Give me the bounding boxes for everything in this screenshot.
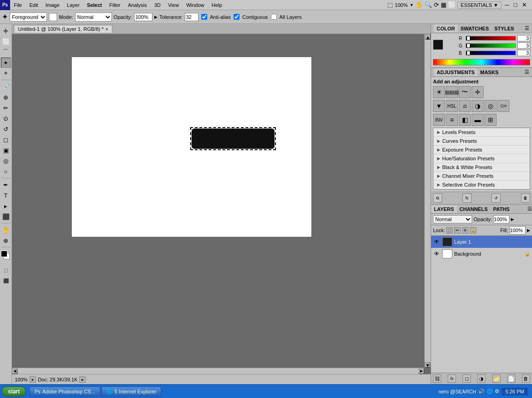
brush-tool[interactable]: ✏ (1, 103, 11, 113)
foreground-color-box[interactable] (1, 251, 7, 257)
photofilter-icon[interactable]: ◎ (485, 100, 497, 112)
curves-icon[interactable]: 〜 (459, 86, 471, 98)
b-slider-thumb[interactable] (467, 51, 470, 55)
curves-presets-item[interactable]: ▶ Curves Presets (433, 137, 530, 146)
gradient-map-icon[interactable]: ▬ (472, 114, 484, 126)
magic-wand-tool-icon[interactable]: ✦ (2, 12, 8, 21)
canvas-scrollbar-v[interactable]: ▲ ▼ (424, 34, 431, 368)
taskbar-icon3[interactable]: ⚙ (495, 388, 499, 394)
posterize-icon[interactable]: ≡ (446, 114, 458, 126)
maximize-button[interactable]: □ (512, 1, 519, 8)
layer-row-background[interactable]: 👁 Background 🔒 (431, 248, 532, 260)
g-slider-track[interactable] (466, 43, 516, 48)
eyedropper-tool[interactable]: 💉 (1, 82, 11, 92)
menu-window[interactable]: Window (182, 1, 208, 9)
r-value-input[interactable]: 3 (517, 35, 530, 41)
delete-layer-button[interactable]: 🗑 (522, 375, 530, 383)
tab-paths[interactable]: PATHS (491, 205, 513, 213)
lock-all-icon[interactable]: 🔒 (470, 227, 476, 234)
hand-tool[interactable]: ✋ (1, 225, 11, 235)
target-dropdown[interactable]: Foreground Background Black White (10, 12, 47, 22)
tab-adjustments[interactable]: ADJUSTMENTS (434, 69, 478, 76)
type-tool[interactable]: T (1, 190, 11, 200)
opacity-input[interactable] (134, 13, 152, 21)
close-button[interactable]: ✕ (520, 1, 528, 8)
blur-tool[interactable]: ◎ (1, 156, 11, 166)
document-tab[interactable]: Untitled-1 @ 100% (Layer 1, RGB/8) * × (14, 25, 112, 33)
zoom-tool[interactable]: ⊕ (1, 235, 11, 246)
exposure-icon[interactable]: ✛ (472, 86, 484, 98)
contiguous-checkbox[interactable] (234, 14, 240, 20)
background-visibility-icon[interactable]: 👁 (433, 250, 440, 258)
selective-color-presets-item[interactable]: ▶ Selective Color Presets (433, 181, 530, 189)
menu-view[interactable]: View (164, 1, 183, 9)
clip-to-layer-button[interactable]: ⧉ (433, 193, 442, 203)
path-select-tool[interactable]: ▸ (1, 201, 11, 211)
taskbar-icon1[interactable]: 🔊 (478, 388, 485, 394)
fill-input[interactable] (509, 226, 526, 234)
bw-presets-item[interactable]: ▶ Black & White Presets (433, 163, 530, 172)
zoom-menu-icon[interactable]: ▸ (29, 376, 36, 383)
opacity-arrow[interactable]: ▶ (154, 15, 158, 19)
g-slider-thumb[interactable] (467, 43, 470, 48)
foreground-swatch[interactable] (433, 40, 443, 50)
healing-tool[interactable]: ⊕ (1, 92, 11, 102)
photoshop-taskbar-item[interactable]: Ps Adobe Photoshop CS... (29, 386, 100, 397)
color-spectrum[interactable] (433, 59, 530, 65)
g-value-input[interactable]: 3 (517, 42, 530, 49)
tab-color[interactable]: COLOR (434, 25, 458, 32)
brightness-contrast-icon[interactable]: ☀ (433, 86, 445, 98)
status-menu-icon[interactable]: ▸ (79, 376, 86, 383)
crop-tool[interactable]: ⌖ (1, 68, 11, 78)
selective-color-adj-icon[interactable]: ⊞ (485, 114, 497, 126)
tab-styles[interactable]: STYLES (491, 25, 517, 32)
gradient-tool[interactable]: ▣ (1, 145, 11, 155)
menu-image[interactable]: Image (42, 1, 64, 9)
zoom-icon[interactable]: 🔍 (425, 1, 432, 8)
start-button[interactable]: start (2, 386, 26, 397)
all-layers-checkbox[interactable] (271, 14, 277, 20)
mode-dropdown[interactable]: Normal (75, 12, 112, 22)
threshold-icon[interactable]: ◧ (459, 114, 471, 126)
anti-alias-checkbox[interactable] (201, 14, 207, 20)
menu-layer[interactable]: Layer (63, 1, 83, 9)
minimize-button[interactable]: ─ (503, 1, 510, 8)
lock-image-icon[interactable]: ✏ (454, 227, 461, 234)
layers-panel-menu[interactable]: ☰ (527, 206, 532, 212)
screen-mode-tool[interactable]: ⬛ (1, 275, 11, 286)
menu-select[interactable]: Select (83, 1, 105, 9)
lock-position-icon[interactable]: ✛ (462, 227, 468, 234)
canvas-scrollbar-h[interactable]: ◀ ▶ (12, 368, 424, 374)
hue-saturation-presets-item[interactable]: ▶ Hue/Saturation Presets (433, 154, 530, 163)
blend-mode-dropdown[interactable]: Normal (433, 215, 472, 223)
new-group-button[interactable]: 📁 (492, 375, 501, 383)
r-slider-thumb[interactable] (467, 36, 470, 41)
zoom-dropdown-icon[interactable]: ▼ (409, 3, 414, 7)
clone-tool[interactable]: ⊙ (1, 113, 11, 123)
taskbar-icon2[interactable]: 🌐 (486, 388, 493, 394)
link-layers-button[interactable]: ⛓ (433, 375, 441, 383)
adjustments-panel-menu[interactable]: ☰ (525, 69, 529, 75)
opacity-layers-arrow[interactable]: ▶ (511, 217, 514, 222)
tab-layers[interactable]: LAYERS (431, 205, 457, 213)
levels-presets-item[interactable]: ▶ Levels Presets (433, 128, 530, 137)
shape-tool[interactable]: ⬛ (1, 211, 11, 222)
move-tool[interactable]: ✛ (1, 26, 11, 36)
eraser-tool[interactable]: ◻ (1, 135, 11, 145)
layer-row-layer1[interactable]: 👁 Layer 1 (431, 236, 532, 248)
marquee-tool[interactable]: ⬜ (1, 36, 11, 47)
menu-analysis[interactable]: Analysis (124, 1, 151, 9)
layer1-visibility-icon[interactable]: 👁 (433, 238, 440, 246)
reset-button[interactable]: ↺ (491, 193, 501, 203)
opacity-layers-input[interactable] (493, 215, 509, 223)
b-slider-track[interactable] (466, 51, 516, 55)
hand-icon[interactable]: ✋ (415, 1, 423, 8)
invert-icon[interactable]: INV (433, 114, 445, 126)
menu-edit[interactable]: Edit (26, 1, 42, 9)
document-tab-close[interactable]: × (105, 27, 108, 32)
channel-mixer-presets-item[interactable]: ▶ Channel Mixer Presets (433, 172, 530, 181)
bw-icon[interactable]: ◑ (472, 100, 484, 112)
rotate-icon[interactable]: ⟳ (434, 1, 439, 8)
channel-mixer-icon[interactable]: CH (497, 100, 509, 112)
grid-icon[interactable]: ▦ (441, 1, 446, 8)
